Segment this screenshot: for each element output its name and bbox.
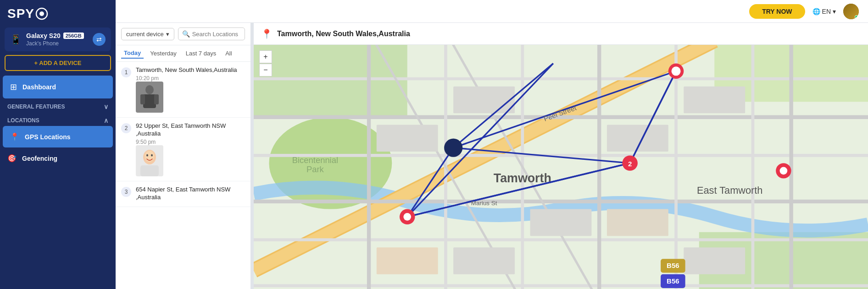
map-location-title: Tamworth, New South Wales,Australia: [277, 30, 410, 38]
top-header: TRY NOW 🌐 EN ▾: [116, 0, 868, 23]
add-device-button[interactable]: + ADD A DEVICE: [5, 55, 111, 71]
location-time: 10:20 pm: [136, 75, 245, 82]
logo-icon: [35, 7, 48, 20]
svg-text:B56: B56: [667, 277, 679, 285]
online-indicator: [855, 15, 858, 19]
map-pin-icon: 📍: [10, 132, 19, 141]
svg-rect-42: [684, 247, 745, 274]
section-label: GENERAL FEATURES: [7, 104, 65, 110]
panel-toolbar: current device ▾ 🔍: [116, 23, 250, 45]
zoom-out-button[interactable]: −: [259, 64, 272, 76]
language-selector[interactable]: 🌐 EN ▾: [812, 8, 836, 15]
main-area: TRY NOW 🌐 EN ▾ current device ▾ 🔍: [116, 0, 868, 289]
svg-point-53: [672, 66, 681, 76]
chevron-down-icon: ▾: [833, 8, 836, 15]
grid-icon: ⊞: [10, 82, 17, 92]
map-view: + −: [254, 45, 868, 289]
try-now-button[interactable]: TRY NOW: [749, 4, 805, 19]
location-info: 92 Upper St, East Tamworth NSW ,Australi…: [136, 122, 245, 176]
location-address: Tamworth, New South Wales,Australia: [136, 66, 245, 74]
map-container: 📍 Tamworth, New South Wales,Australia + …: [254, 23, 868, 289]
device-dropdown-label: current device: [126, 31, 164, 38]
search-input[interactable]: [192, 31, 241, 38]
sidebar: SPY 📱 Galaxy S20 256GB Jack's Phone ⇄ + …: [0, 0, 116, 289]
svg-rect-14: [254, 45, 407, 117]
device-name: Galaxy S20 256GB: [26, 32, 88, 39]
svg-point-61: [780, 167, 788, 175]
map-svg: Bicentennial Park Tamworth East Tamworth: [254, 45, 868, 289]
map-header: 📍 Tamworth, New South Wales,Australia: [254, 23, 868, 45]
svg-point-10: [146, 154, 148, 156]
location-address: 92 Upper St, East Tamworth NSW ,Australi…: [136, 122, 245, 138]
sidebar-item-dashboard[interactable]: ⊞ Dashboard: [3, 76, 113, 98]
tab-last7days[interactable]: Last 7 days: [183, 49, 219, 58]
svg-rect-38: [607, 209, 668, 236]
svg-point-3: [145, 85, 154, 94]
target-icon: 🎯: [7, 154, 17, 163]
content-area: current device ▾ 🔍 Today Yesterday Last …: [116, 23, 868, 289]
list-item[interactable]: 1 Tamworth, New South Wales,Australia 10…: [116, 62, 250, 118]
svg-rect-35: [453, 87, 515, 114]
svg-text:Marius St: Marius St: [471, 200, 497, 207]
photo-person: [136, 82, 163, 113]
sidebar-section-locations: LOCATIONS ∧: [0, 112, 116, 126]
svg-rect-40: [453, 247, 515, 274]
map-pin-icon: 📍: [261, 28, 273, 39]
sidebar-section-general: GENERAL FEATURES ∨: [0, 98, 116, 112]
list-item[interactable]: 3 654 Napier St, East Tamworth NSW ,Aust…: [116, 181, 250, 207]
svg-rect-12: [140, 165, 159, 176]
tab-today[interactable]: Today: [121, 48, 144, 59]
device-dropdown[interactable]: current device ▾: [121, 28, 174, 40]
svg-rect-4: [143, 94, 156, 108]
svg-rect-39: [530, 209, 592, 236]
svg-point-57: [403, 213, 411, 221]
chevron-down-icon: ∨: [104, 103, 108, 110]
sidebar-item-gps-locations[interactable]: 📍 GPS Locations: [3, 126, 113, 147]
svg-text:Tamworth: Tamworth: [494, 171, 551, 185]
location-number: 2: [121, 123, 131, 133]
zoom-in-button[interactable]: +: [259, 50, 272, 63]
tab-yesterday[interactable]: Yesterday: [147, 49, 179, 58]
device-storage: 256GB: [63, 33, 84, 39]
svg-text:2: 2: [628, 160, 632, 168]
device-info: Galaxy S20 256GB Jack's Phone: [26, 32, 88, 47]
zoom-controls: + −: [259, 50, 272, 76]
location-photo: [136, 145, 163, 176]
svg-rect-34: [377, 125, 438, 152]
svg-rect-6: [154, 94, 159, 104]
location-number: 3: [121, 187, 131, 197]
svg-text:East Tamworth: East Tamworth: [697, 185, 762, 196]
sidebar-item-label: Geofencing: [22, 155, 108, 162]
svg-point-55: [448, 142, 458, 153]
globe-icon: 🌐: [812, 8, 820, 15]
svg-text:Park: Park: [306, 164, 324, 174]
logo-text: SPY: [7, 6, 34, 21]
user-avatar[interactable]: [843, 4, 859, 19]
location-info: Tamworth, New South Wales,Australia 10:2…: [136, 66, 245, 113]
location-time: 9:50 pm: [136, 139, 245, 145]
locations-panel: current device ▾ 🔍 Today Yesterday Last …: [116, 23, 251, 289]
locations-list: 1 Tamworth, New South Wales,Australia 10…: [116, 62, 250, 289]
location-info: 654 Napier St, East Tamworth NSW ,Austra…: [136, 186, 245, 202]
svg-rect-37: [684, 87, 745, 114]
svg-text:Bicentennial: Bicentennial: [292, 155, 338, 165]
phone-icon: 📱: [10, 34, 22, 45]
svg-rect-5: [140, 94, 145, 104]
location-address: 654 Napier St, East Tamworth NSW ,Austra…: [136, 186, 245, 202]
svg-rect-41: [377, 247, 438, 274]
search-icon: 🔍: [182, 30, 190, 38]
list-item[interactable]: 2 92 Upper St, East Tamworth NSW ,Austra…: [116, 118, 250, 181]
sidebar-item-label: GPS Locations: [25, 133, 106, 141]
photo-baby: [136, 145, 163, 176]
device-owner: Jack's Phone: [26, 40, 88, 47]
tab-all[interactable]: All: [223, 49, 234, 58]
chevron-up-icon: ∧: [104, 117, 108, 124]
location-number: 1: [121, 67, 131, 77]
device-section: 📱 Galaxy S20 256GB Jack's Phone ⇄: [5, 27, 111, 51]
sidebar-item-geofencing[interactable]: 🎯 Geofencing: [0, 147, 116, 169]
logo-area: SPY: [0, 0, 116, 27]
search-bar[interactable]: 🔍: [178, 27, 245, 40]
swap-device-button[interactable]: ⇄: [93, 33, 106, 46]
svg-point-1: [39, 11, 44, 16]
location-photo: [136, 82, 163, 113]
